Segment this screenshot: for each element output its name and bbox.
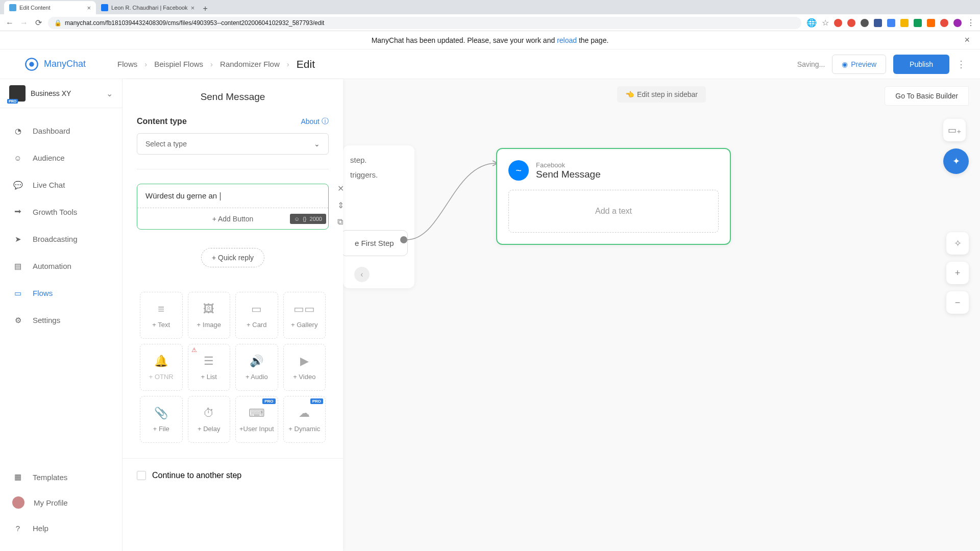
saving-status: Saving... — [797, 60, 825, 68]
block-text[interactable]: ≡+ Text — [140, 292, 183, 339]
add-button-row[interactable]: + Add Button ☺ {} 2000 — [137, 208, 328, 229]
sidebar-item-growth[interactable]: ⮕Growth Tools — [0, 198, 122, 226]
go-basic-button[interactable]: Go To Basic Builder — [885, 86, 969, 106]
copy-icon[interactable]: ⧉ — [337, 217, 343, 227]
sidebar-item-audience[interactable]: ☺Audience — [0, 144, 122, 171]
block-file[interactable]: 📎+ File — [140, 396, 183, 443]
block-card[interactable]: ▭+ Card — [235, 292, 278, 339]
block-image[interactable]: 🖼+ Image — [188, 292, 231, 339]
sidebar-item-profile[interactable]: My Profile — [0, 490, 122, 515]
zoom-in-button[interactable]: + — [946, 262, 969, 284]
first-step-chip[interactable]: e First Step — [343, 230, 408, 256]
block-video[interactable]: ▶+ Video — [283, 344, 326, 391]
sidebar-item-dashboard[interactable]: ◔Dashboard — [0, 117, 122, 144]
char-counter: ☺ {} 2000 — [290, 214, 326, 224]
reload-icon[interactable]: ⟳ — [34, 18, 43, 28]
start-node-peek[interactable]: step. triggers. — [343, 145, 414, 288]
emoji-icon[interactable]: ☺ — [294, 216, 300, 222]
content-type-select[interactable]: Select a type ⌄ — [137, 133, 329, 155]
browser-tab[interactable]: Leon R. Chaudhari | Facebook × — [96, 1, 200, 14]
block-list[interactable]: ⚠☰+ List — [188, 344, 231, 391]
extension-icon[interactable] — [914, 19, 922, 27]
add-text-placeholder[interactable]: Add a text — [508, 190, 719, 233]
sidebar-item-help[interactable]: ?Help — [0, 515, 122, 541]
node-subtitle: Facebook — [536, 161, 601, 169]
zoom-out-button[interactable]: − — [946, 291, 969, 314]
ai-assist-button[interactable]: ✦ — [943, 148, 969, 174]
crumb[interactable]: Randomizer Flow — [220, 60, 280, 68]
block-otnr[interactable]: 🔔+ OTNR — [140, 344, 183, 391]
sidebar-item-flows[interactable]: ▭Flows — [0, 280, 122, 307]
extension-icon[interactable] — [900, 19, 909, 27]
extension-icon[interactable] — [874, 19, 882, 27]
send-message-node[interactable]: ~ Facebook Send Message Add a text — [496, 148, 731, 245]
close-icon[interactable]: × — [964, 35, 970, 45]
star-icon[interactable]: ☆ — [822, 18, 829, 28]
eye-icon: ◉ — [842, 60, 848, 68]
extension-icon[interactable] — [887, 19, 895, 27]
extension-icon[interactable] — [927, 19, 935, 27]
continue-row[interactable]: Continue to another step — [122, 458, 343, 480]
browser-tab-active[interactable]: Edit Content × — [4, 1, 96, 14]
translate-icon[interactable]: 🌐 — [806, 18, 817, 28]
avatar-icon[interactable] — [953, 19, 962, 27]
menu-icon[interactable]: ⋮ — [967, 18, 975, 28]
sidebar-item-livechat[interactable]: 💬Live Chat — [0, 171, 122, 198]
url-input[interactable]: 🔒 manychat.com/fb181039443240830​9/cms/f… — [48, 17, 801, 29]
edit-step-pill[interactable]: 👈 Edit step in sidebar — [617, 86, 706, 103]
sidebar-item-label: Broadcasting — [33, 235, 78, 243]
block-dynamic[interactable]: PRO☁+ Dynamic — [283, 396, 326, 443]
block-delay[interactable]: ⏱+ Delay — [188, 396, 231, 443]
braces-icon[interactable]: {} — [303, 216, 306, 222]
divider — [137, 169, 329, 169]
block-userinput[interactable]: PRO⌨+User Input — [235, 396, 278, 443]
extension-icon[interactable] — [834, 19, 842, 27]
chevron-down-icon: ⌄ — [106, 89, 113, 98]
char-limit: 2000 — [310, 216, 322, 222]
new-tab-button[interactable]: + — [200, 3, 211, 14]
extension-icon[interactable] — [847, 19, 855, 27]
sidebar-item-broadcasting[interactable]: ➤Broadcasting — [0, 226, 122, 253]
block-gallery[interactable]: ▭▭+ Gallery — [283, 292, 326, 339]
sidebar-item-templates[interactable]: ▦Templates — [0, 464, 122, 490]
edit-step-label: Edit step in sidebar — [637, 90, 698, 98]
continue-checkbox[interactable] — [137, 471, 146, 480]
sidebar-item-label: Dashboard — [33, 127, 70, 135]
more-icon[interactable]: ⋮ — [957, 59, 966, 70]
logo[interactable]: ManyChat — [24, 57, 86, 71]
reload-link[interactable]: reload — [557, 36, 577, 44]
input-icon: ⌨ — [249, 407, 265, 420]
crumb[interactable]: Beispiel Flows — [154, 60, 203, 68]
about-link[interactable]: About ⓘ — [301, 117, 329, 126]
tab-title: Leon R. Chaudhari | Facebook — [111, 5, 188, 11]
send-icon: ➤ — [12, 234, 23, 245]
audio-icon: 🔊 — [250, 355, 263, 368]
avatar — [12, 496, 24, 509]
close-icon[interactable]: × — [87, 4, 91, 12]
add-node-button[interactable]: ▭₊ — [943, 119, 966, 141]
text-block-card: Würdest du gerne an + Add Button ☺ {} 20… — [137, 184, 329, 230]
message-text-input[interactable]: Würdest du gerne an — [137, 184, 328, 208]
sidebar-item-label: Live Chat — [33, 181, 65, 189]
close-icon[interactable]: × — [191, 4, 195, 12]
quick-reply-button[interactable]: + Quick reply — [201, 248, 264, 267]
extension-icon[interactable] — [940, 19, 948, 27]
preview-button[interactable]: ◉ Preview — [832, 55, 886, 74]
collapse-button[interactable]: ‹ — [354, 267, 370, 282]
sidebar-item-settings[interactable]: ⚙Settings — [0, 307, 122, 334]
resize-icon[interactable]: ⇕ — [337, 201, 343, 210]
back-icon[interactable]: ← — [5, 18, 14, 28]
connection-dot[interactable] — [400, 236, 407, 243]
layers-icon: ▤ — [12, 261, 23, 272]
workspace-selector[interactable]: PRO Business XY ⌄ — [0, 79, 122, 108]
publish-button[interactable]: Publish — [893, 55, 949, 74]
extension-icon[interactable] — [861, 19, 869, 27]
flow-canvas[interactable]: 👈 Edit step in sidebar Go To Basic Build… — [343, 79, 980, 551]
close-icon[interactable]: ✕ — [337, 184, 343, 193]
sidebar-item-automation[interactable]: ▤Automation — [0, 253, 122, 280]
workspace-name: Business XY — [31, 89, 101, 97]
wand-icon[interactable]: ✧ — [946, 232, 969, 255]
crumb[interactable]: Flows — [117, 60, 137, 68]
forward-icon[interactable]: → — [19, 18, 29, 28]
block-audio[interactable]: 🔊+ Audio — [235, 344, 278, 391]
